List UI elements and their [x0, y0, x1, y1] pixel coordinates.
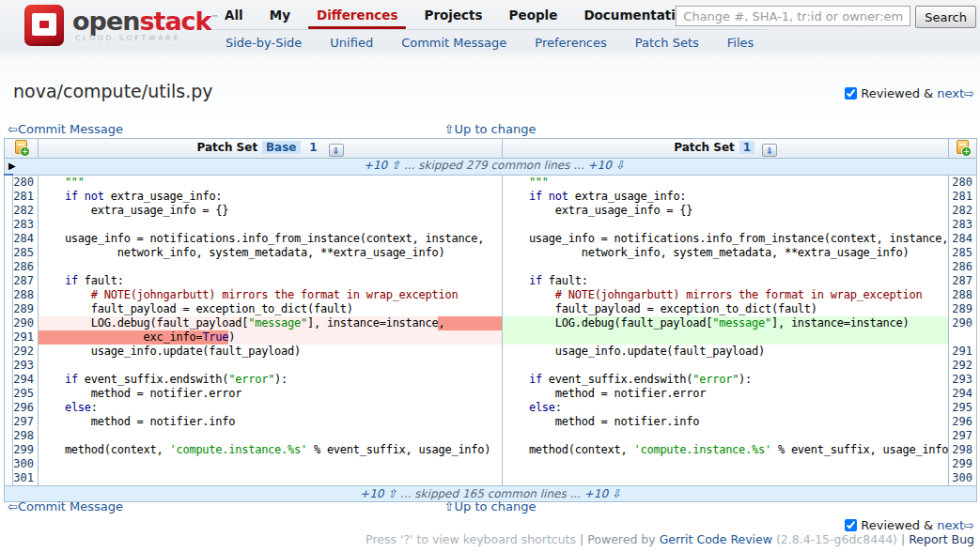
line-number-right[interactable]: 286 — [949, 260, 977, 274]
diff-row: 284 usage_info = notifications.info_from… — [5, 232, 977, 246]
gerrit-link[interactable]: Gerrit Code Review — [660, 532, 772, 546]
line-number-right[interactable]: 281 — [949, 190, 977, 204]
code-line-left: method = notifier.info — [39, 415, 503, 429]
diff-row: 301300 — [5, 471, 977, 486]
line-number-left[interactable]: 300 — [13, 457, 39, 471]
line-number-left[interactable]: 285 — [13, 246, 39, 260]
line-number-right[interactable]: 297 — [949, 429, 977, 443]
line-number-left[interactable]: 297 — [13, 415, 39, 429]
line-number-right[interactable] — [949, 330, 977, 345]
code-line-left: if not extra_usage_info: — [39, 190, 503, 204]
code-line-right — [503, 218, 949, 232]
diff-row: 283283 — [5, 218, 977, 232]
report-bug-link[interactable]: Report Bug — [909, 532, 974, 546]
line-number-left[interactable]: 299 — [13, 443, 39, 457]
code-line-right: usage_info.update(fault_payload) — [503, 345, 949, 359]
code-line-right: method(context, 'compute.instance.%s' % … — [503, 443, 949, 457]
line-number-right[interactable]: 284 — [949, 232, 977, 246]
line-number-right[interactable]: 294 — [949, 387, 977, 401]
line-number-left[interactable]: 282 — [13, 204, 39, 218]
code-line-left — [39, 218, 503, 232]
line-number-right[interactable]: 300 — [949, 471, 977, 486]
code-line-left — [39, 471, 503, 486]
line-number-right[interactable]: 293 — [949, 373, 977, 387]
file-add-icon-right[interactable] — [957, 140, 969, 154]
expand-up-link-top[interactable]: +10 ⇧ — [364, 159, 400, 172]
search-input[interactable] — [676, 6, 910, 26]
line-number-left[interactable]: 296 — [13, 401, 39, 415]
line-number-left[interactable]: 292 — [13, 345, 39, 359]
download-icon-left[interactable]: ⇓ — [329, 144, 344, 157]
line-number-left[interactable]: 301 — [13, 471, 39, 486]
up-to-change-link-top[interactable]: ⇧Up to change — [444, 122, 537, 136]
line-number-left[interactable]: 286 — [13, 260, 39, 274]
code-line-left: exc_info=True) — [39, 330, 503, 345]
line-number-right[interactable]: 295 — [949, 401, 977, 415]
line-number-left[interactable]: 280 — [13, 175, 39, 190]
line-number-right[interactable]: 298 — [949, 443, 977, 457]
line-number-left[interactable]: 298 — [13, 429, 39, 443]
patch-set-1-link-left[interactable]: 1 — [305, 141, 320, 154]
expand-down-link-bottom[interactable]: +10 ⇩ — [584, 487, 621, 500]
commit-message-link-bottom[interactable]: ⇦Commit Message — [8, 499, 123, 514]
code-line-right: """ — [503, 175, 949, 190]
row-margin — [5, 232, 13, 246]
reviewed-checkbox-top[interactable] — [845, 87, 857, 100]
subtab-patch-sets[interactable]: Patch Sets — [621, 36, 713, 50]
line-number-left[interactable]: 284 — [13, 232, 39, 246]
expand-down-link-top[interactable]: +10 ⇩ — [588, 159, 625, 172]
subtab-files[interactable]: Files — [713, 36, 769, 50]
tab-my[interactable]: My — [257, 6, 303, 29]
line-number-right[interactable]: 280 — [949, 175, 977, 190]
line-number-left[interactable]: 294 — [13, 373, 39, 387]
row-margin — [5, 443, 13, 457]
line-number-right[interactable]: 283 — [949, 218, 977, 232]
line-number-right[interactable]: 289 — [949, 302, 977, 316]
subtab-preferences[interactable]: Preferences — [521, 36, 620, 50]
line-number-left[interactable]: 281 — [13, 190, 39, 204]
patch-set-base-link[interactable]: Base — [262, 141, 301, 154]
line-number-right[interactable]: 285 — [949, 246, 977, 260]
line-number-right[interactable]: 287 — [949, 274, 977, 288]
row-margin — [5, 471, 13, 486]
line-number-left[interactable]: 287 — [13, 274, 39, 288]
code-line-left: else: — [39, 401, 503, 415]
line-number-right[interactable]: 282 — [949, 204, 977, 218]
search-button[interactable]: Search — [915, 6, 976, 28]
tab-people[interactable]: People — [496, 6, 571, 29]
tab-differences[interactable]: Differences — [303, 6, 412, 29]
line-number-right[interactable]: 296 — [949, 415, 977, 429]
reviewed-label-bottom: Reviewed & — [861, 518, 933, 532]
reviewed-label-top: Reviewed & — [861, 86, 933, 100]
line-number-right[interactable]: 291 — [949, 345, 977, 359]
line-number-left[interactable]: 290 — [13, 316, 39, 330]
subtab-commit-message[interactable]: Commit Message — [387, 36, 521, 50]
line-number-right[interactable]: 299 — [949, 457, 977, 471]
line-number-left[interactable]: 288 — [13, 288, 39, 302]
subtab-side-by-side[interactable]: Side-by-Side — [211, 36, 316, 50]
download-icon-right[interactable]: ⇓ — [762, 144, 777, 157]
line-number-right[interactable]: 290 — [949, 316, 977, 330]
up-to-change-link-bottom[interactable]: ⇧Up to change — [444, 499, 537, 514]
tab-projects[interactable]: Projects — [411, 6, 495, 29]
line-number-left[interactable]: 289 — [13, 302, 39, 316]
commit-message-link-top[interactable]: ⇦Commit Message — [8, 122, 123, 136]
next-link-top[interactable]: next⇨ — [937, 86, 974, 100]
line-number-left[interactable]: 295 — [13, 387, 39, 401]
expand-up-link-bottom[interactable]: +10 ⇧ — [360, 487, 397, 500]
row-margin — [5, 415, 13, 429]
subtab-unified[interactable]: Unified — [316, 36, 387, 50]
code-line-left: usage_info = notifications.info_from_ins… — [39, 232, 503, 246]
right-file-cell — [949, 139, 977, 159]
line-number-left[interactable]: 293 — [13, 359, 39, 373]
row-margin — [5, 246, 13, 260]
next-link-bottom[interactable]: next⇨ — [937, 518, 974, 532]
line-number-left[interactable]: 291 — [13, 330, 39, 345]
line-number-right[interactable]: 292 — [949, 359, 977, 373]
tab-all[interactable]: All — [211, 6, 257, 29]
patch-set-1-link-right[interactable]: 1 — [739, 141, 754, 154]
line-number-left[interactable]: 283 — [13, 218, 39, 232]
line-number-right[interactable]: 288 — [949, 288, 977, 302]
reviewed-checkbox-bottom[interactable] — [845, 519, 857, 531]
file-add-icon-left[interactable] — [15, 140, 27, 154]
